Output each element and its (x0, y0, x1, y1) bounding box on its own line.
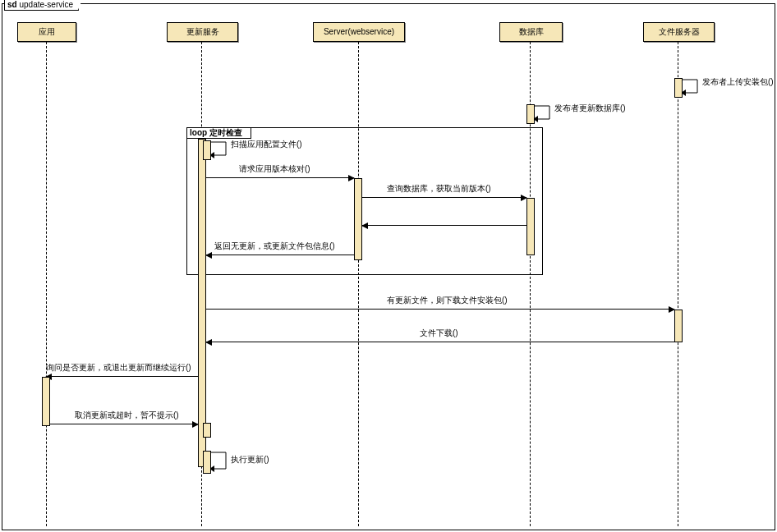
msg-ask-user: 询问是否更新，或退出更新而继续运行() (46, 365, 198, 377)
msg-download-done: 文件下载() (206, 331, 674, 342)
self-arrow-icon (683, 78, 702, 98)
frame-name: update-service (19, 0, 73, 9)
diagram-canvas: sd update-service 应用 更新服务 Server(webserv… (0, 0, 777, 532)
svg-marker-2 (211, 152, 214, 158)
participant-app: 应用 (17, 22, 76, 42)
self-arrow-icon (211, 140, 231, 160)
activation-update-do (203, 451, 211, 474)
lifeline-file (678, 42, 678, 526)
activation-db-1 (526, 104, 535, 124)
activation-file-2 (674, 310, 683, 342)
activation-db-2 (526, 198, 535, 255)
self-arrow-icon (535, 104, 554, 124)
msg-download-req: 有更新文件，则下载文件安装包() (206, 298, 674, 310)
arrow-left-icon (361, 222, 368, 229)
activation-update-scan (203, 140, 211, 160)
arrow-left-icon (205, 339, 212, 346)
arrow-left-icon (205, 252, 212, 259)
msg-query-db: 查询数据库，获取当前版本() (362, 186, 526, 198)
arrow-right-icon (192, 421, 199, 428)
loop-tab: loop 定时检查 (186, 127, 251, 139)
participant-db: 数据库 (499, 22, 563, 42)
msg-db-return (362, 214, 526, 226)
activation-app-1 (42, 377, 50, 426)
msg-req-version: 请求应用版本核对() (206, 167, 354, 178)
svg-marker-0 (683, 89, 686, 96)
frame-kind: sd (7, 0, 17, 9)
diagram-frame: sd update-service 应用 更新服务 Server(webserv… (2, 3, 775, 530)
self-arrow-icon (211, 451, 231, 474)
msg-return-info: 返回无更新，或更新文件包信息() (206, 244, 354, 255)
svg-marker-3 (211, 466, 214, 472)
participant-file: 文件服务器 (643, 22, 715, 42)
svg-marker-1 (535, 116, 538, 122)
lifeline-app (46, 42, 47, 526)
lifeline-server (358, 42, 359, 526)
participant-server: Server(webservice) (313, 22, 405, 42)
msg-cancel-opt: 取消更新或超时，暂不提示() (50, 413, 198, 424)
activation-update-cancel (203, 423, 211, 438)
activation-update-main (198, 139, 206, 467)
participant-update: 更新服务 (167, 22, 238, 42)
activation-file-1 (674, 78, 683, 98)
frame-title-tab: sd update-service (4, 0, 79, 11)
activation-server-1 (354, 178, 362, 260)
